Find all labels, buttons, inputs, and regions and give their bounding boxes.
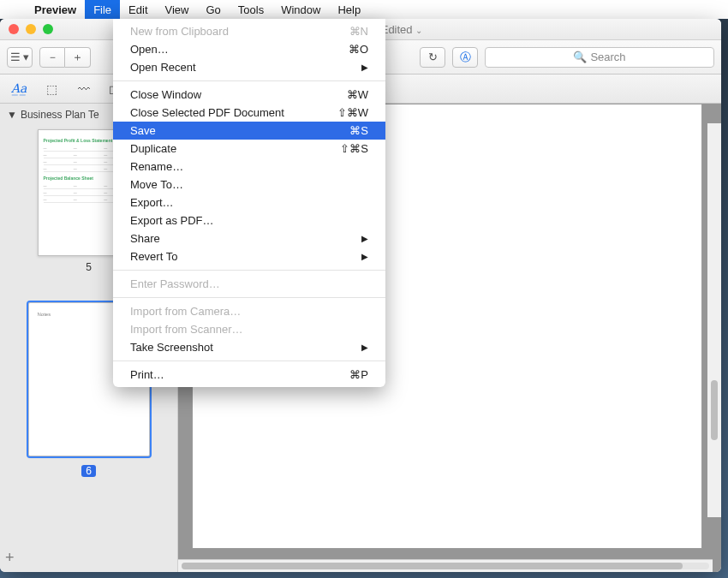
menu-separator bbox=[113, 361, 385, 361]
thumbnail-number: 5 bbox=[86, 261, 92, 273]
menubar: Preview FileEditViewGoToolsWindowHelp bbox=[0, 0, 728, 19]
view-mode-button[interactable]: ☰ ▾ bbox=[7, 47, 33, 68]
search-input[interactable]: 🔍 Search bbox=[485, 47, 714, 68]
minimize-window-button[interactable] bbox=[26, 24, 36, 34]
file-menu: New from Clipboard⌘NOpen…⌘OOpen Recent▶C… bbox=[113, 19, 385, 387]
menu-item-label: Move To… bbox=[130, 178, 183, 191]
menu-item-shortcut: ⌘N bbox=[349, 25, 368, 38]
menu-separator bbox=[113, 270, 385, 271]
thumbnail-number-selected: 6 bbox=[81, 465, 96, 477]
menu-item-label: Import from Camera… bbox=[130, 305, 241, 318]
menu-item-print[interactable]: Print…⌘P bbox=[113, 366, 385, 384]
menu-item-move-to[interactable]: Move To… bbox=[113, 176, 385, 194]
title-chevron-icon[interactable]: ⌄ bbox=[415, 26, 422, 35]
traffic-lights bbox=[0, 24, 53, 34]
search-placeholder: Search bbox=[590, 51, 625, 63]
app-name[interactable]: Preview bbox=[26, 3, 85, 16]
menu-item-shortcut: ⇧⌘W bbox=[337, 106, 368, 119]
close-window-button[interactable] bbox=[9, 24, 19, 34]
submenu-arrow-icon: ▶ bbox=[361, 252, 368, 261]
menu-item-new-from-clipboard: New from Clipboard⌘N bbox=[113, 22, 385, 40]
menu-item-enter-password: Enter Password… bbox=[113, 275, 385, 293]
menu-item-label: New from Clipboard bbox=[130, 25, 229, 38]
menubar-item-help[interactable]: Help bbox=[329, 0, 369, 19]
menu-item-label: Save bbox=[130, 124, 156, 137]
menu-item-open[interactable]: Open…⌘O bbox=[113, 40, 385, 58]
menu-separator bbox=[113, 297, 385, 298]
submenu-arrow-icon: ▶ bbox=[361, 234, 368, 243]
menu-item-label: Share bbox=[130, 232, 160, 245]
menu-item-label: Export… bbox=[130, 196, 174, 209]
menu-item-label: Open… bbox=[130, 43, 169, 56]
menu-item-label: Close Selected PDF Document bbox=[130, 106, 284, 119]
menubar-item-tools[interactable]: Tools bbox=[230, 0, 272, 19]
zoom-group: － ＋ bbox=[39, 47, 91, 68]
text-tool-button[interactable]: A̲a̲ bbox=[7, 80, 31, 98]
zoom-in-button[interactable]: ＋ bbox=[65, 47, 91, 68]
rotate-button[interactable]: ↻ bbox=[420, 47, 445, 68]
view-mode-group: ☰ ▾ bbox=[7, 47, 33, 68]
menu-item-share[interactable]: Share▶ bbox=[113, 229, 385, 247]
menu-item-shortcut: ⌘P bbox=[349, 368, 368, 381]
menu-item-label: Close Window bbox=[130, 88, 201, 101]
menu-item-label: Revert To bbox=[130, 250, 177, 263]
menu-item-label: Open Recent bbox=[130, 61, 196, 74]
menu-item-revert-to[interactable]: Revert To▶ bbox=[113, 247, 385, 265]
menu-item-import-from-scanner: Import from Scanner… bbox=[113, 320, 385, 338]
menu-item-open-recent[interactable]: Open Recent▶ bbox=[113, 58, 385, 76]
select-tool-button[interactable]: ⬚ bbox=[39, 80, 63, 98]
menu-item-label: Enter Password… bbox=[130, 277, 220, 290]
search-icon: 🔍 bbox=[573, 51, 587, 63]
add-page-button[interactable]: + bbox=[5, 549, 15, 567]
menu-item-label: Export as PDF… bbox=[130, 214, 214, 227]
menubar-item-view[interactable]: View bbox=[157, 0, 198, 19]
menu-item-label: Take Screenshot bbox=[130, 341, 213, 354]
menu-item-shortcut: ⌘W bbox=[347, 88, 368, 101]
zoom-out-button[interactable]: － bbox=[39, 47, 65, 68]
menu-separator bbox=[113, 80, 385, 81]
menu-item-save[interactable]: Save⌘S bbox=[113, 122, 385, 140]
disclosure-triangle-icon[interactable]: ▼ bbox=[7, 109, 17, 121]
menu-item-export-as-pdf[interactable]: Export as PDF… bbox=[113, 212, 385, 229]
menu-item-label: Print… bbox=[130, 368, 164, 381]
menu-item-shortcut: ⌘O bbox=[349, 43, 368, 56]
horizontal-scrollbar[interactable] bbox=[178, 559, 713, 572]
submenu-arrow-icon: ▶ bbox=[361, 63, 368, 72]
menu-item-close-selected-pdf-document[interactable]: Close Selected PDF Document⇧⌘W bbox=[113, 104, 385, 122]
menubar-item-window[interactable]: Window bbox=[272, 0, 329, 19]
menu-item-rename[interactable]: Rename… bbox=[113, 158, 385, 176]
menubar-item-file[interactable]: File bbox=[85, 0, 120, 19]
menubar-item-edit[interactable]: Edit bbox=[120, 0, 156, 19]
markup-button[interactable]: Ⓐ bbox=[452, 47, 478, 68]
menu-item-shortcut: ⌘S bbox=[349, 124, 368, 137]
menu-item-label: Rename… bbox=[130, 160, 183, 173]
menu-item-close-window[interactable]: Close Window⌘W bbox=[113, 86, 385, 104]
vertical-scrollbar[interactable] bbox=[707, 123, 721, 517]
menu-item-import-from-camera: Import from Camera… bbox=[113, 302, 385, 320]
menu-item-shortcut: ⇧⌘S bbox=[340, 142, 368, 155]
menubar-item-go[interactable]: Go bbox=[197, 0, 229, 19]
menu-item-label: Duplicate bbox=[130, 142, 176, 155]
submenu-arrow-icon: ▶ bbox=[361, 343, 368, 352]
menu-item-take-screenshot[interactable]: Take Screenshot▶ bbox=[113, 338, 385, 356]
menu-item-export[interactable]: Export… bbox=[113, 194, 385, 212]
menu-item-duplicate[interactable]: Duplicate⇧⌘S bbox=[113, 140, 385, 158]
menu-item-label: Import from Scanner… bbox=[130, 323, 243, 336]
zoom-window-button[interactable] bbox=[43, 24, 53, 34]
draw-tool-button[interactable]: 〰 bbox=[72, 80, 96, 98]
